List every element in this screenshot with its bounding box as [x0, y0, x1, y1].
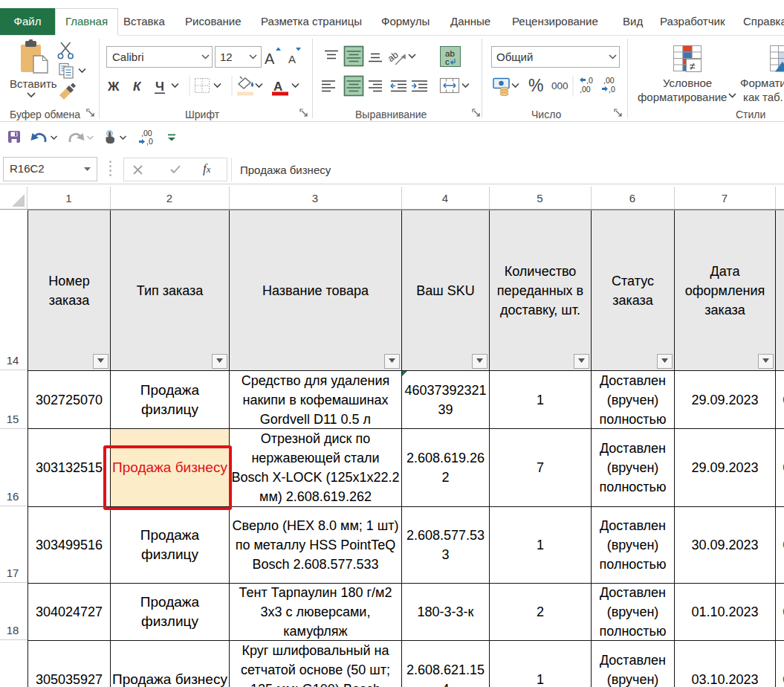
svg-text:000: 000: [551, 80, 568, 91]
svg-text:,00: ,00: [603, 76, 615, 85]
svg-text:Ж: Ж: [107, 80, 120, 94]
svg-text:А: А: [288, 53, 296, 65]
svg-text:,0: ,0: [146, 137, 153, 146]
svg-text:≠: ≠: [690, 60, 696, 72]
svg-text:Ч: Ч: [155, 80, 164, 94]
svg-text:А: А: [273, 80, 282, 94]
svg-text:12: 12: [220, 51, 233, 63]
svg-text:%: %: [528, 76, 543, 95]
svg-text:А: А: [265, 51, 275, 67]
svg-text:,00: ,00: [580, 85, 591, 94]
svg-text:Calibri: Calibri: [112, 51, 144, 63]
svg-text:,0: ,0: [586, 76, 593, 85]
svg-text:К: К: [133, 80, 142, 94]
svg-text:c: c: [445, 57, 450, 66]
svg-text:,0: ,0: [609, 85, 615, 94]
svg-text:Общий: Общий: [496, 51, 533, 63]
